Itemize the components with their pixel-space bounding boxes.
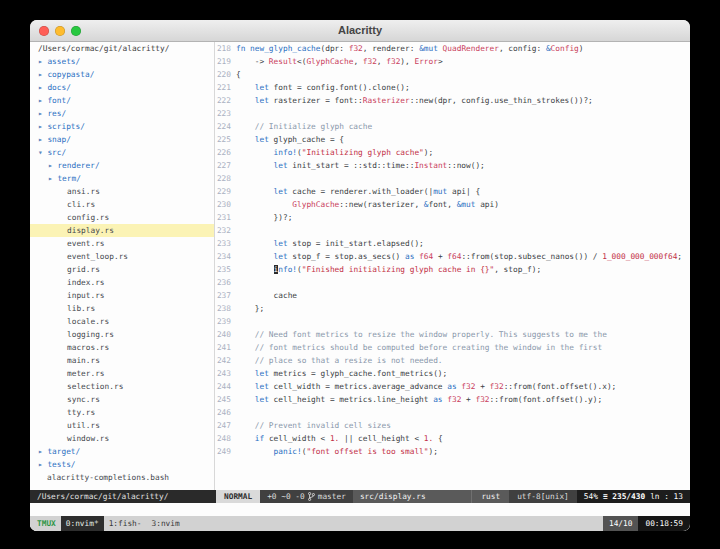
code-text: let stop = init_start.elapsed(); — [236, 237, 424, 250]
code-line-244[interactable]: 244 let cell_width = metrics.average_adv… — [215, 380, 690, 393]
tree-item-target[interactable]: ▸ target/ — [30, 445, 214, 458]
code-line-246[interactable]: 246 — [215, 406, 690, 419]
tree-item-alacritty-completions-bash[interactable]: alacritty-completions.bash — [30, 471, 214, 484]
code-line-239[interactable]: 239 — [215, 315, 690, 328]
code-line-242[interactable]: 242 // place so that a resize is not nee… — [215, 354, 690, 367]
tree-item-tests[interactable]: ▸ tests/ — [30, 458, 214, 471]
git-segment: +0 ~0 -0 master — [260, 490, 353, 503]
line-number: 241 — [215, 341, 236, 354]
code-text: }; — [236, 302, 264, 315]
code-text: -> Result<(GlyphCache, f32, f32), Error> — [236, 55, 443, 68]
tree-item-input-rs[interactable]: input.rs — [30, 289, 214, 302]
tree-item-macros-rs[interactable]: macros.rs — [30, 341, 214, 354]
code-line-249[interactable]: 249 panic!("font offset is too small"); — [215, 445, 690, 458]
tree-item-event_loop-rs[interactable]: event_loop.rs — [30, 250, 214, 263]
tree-item-selection-rs[interactable]: selection.rs — [30, 380, 214, 393]
tmux-window-0-nvim-[interactable]: 0:nvim* — [61, 516, 104, 531]
code-line-243[interactable]: 243 let metrics = glyph_cache.font_metri… — [215, 367, 690, 380]
tree-item-scripts[interactable]: ▸ scripts/ — [30, 120, 214, 133]
code-line-234[interactable]: 234 let stop_f = stop.as_secs() as f64 +… — [215, 250, 690, 263]
tree-item-meter-rs[interactable]: meter.rs — [30, 367, 214, 380]
tree-item-locale-rs[interactable]: locale.rs — [30, 315, 214, 328]
code-line-233[interactable]: 233 let stop = init_start.elapsed(); — [215, 237, 690, 250]
code-line-247[interactable]: 247 // Prevent invalid cell sizes — [215, 419, 690, 432]
code-line-245[interactable]: 245 let cell_height = metrics.line_heigh… — [215, 393, 690, 406]
tmux-window-3-nvim[interactable]: 3:nvim — [147, 516, 185, 531]
tree-item-label: assets/ — [47, 57, 80, 66]
code-line-231[interactable]: 231 })?; — [215, 211, 690, 224]
tree-item-sync-rs[interactable]: sync.rs — [30, 393, 214, 406]
code-line-220[interactable]: 220{ — [215, 68, 690, 81]
tree-item-copypasta[interactable]: ▸ copypasta/ — [30, 68, 214, 81]
tree-item-config-rs[interactable]: config.rs — [30, 211, 214, 224]
code-line-222[interactable]: 222 let rasterizer = font::Rasterizer::n… — [215, 94, 690, 107]
tree-item-tty-rs[interactable]: tty.rs — [30, 406, 214, 419]
tree-item-term[interactable]: ▸ term/ — [30, 172, 214, 185]
tree-item-main-rs[interactable]: main.rs — [30, 354, 214, 367]
code-line-235[interactable]: 235 info!("Finished initializing glyph c… — [215, 263, 690, 276]
code-text: { — [236, 68, 241, 81]
code-line-225[interactable]: 225 let glyph_cache = { — [215, 133, 690, 146]
tree-item-renderer[interactable]: ▸ renderer/ — [30, 159, 214, 172]
code-line-228[interactable]: 228 — [215, 172, 690, 185]
tree-item-label: lib.rs — [67, 304, 95, 313]
tree-item-label: alacritty-completions.bash — [47, 473, 169, 482]
tree-item-util-rs[interactable]: util.rs — [30, 419, 214, 432]
code-line-224[interactable]: 224 // Initialize glyph cache — [215, 120, 690, 133]
tree-item-label: grid.rs — [67, 265, 100, 274]
code-line-237[interactable]: 237 cache — [215, 289, 690, 302]
tree-item-cli-rs[interactable]: cli.rs — [30, 198, 214, 211]
line-number: 249 — [215, 445, 236, 458]
code-line-241[interactable]: 241 // font metrics should be computed b… — [215, 341, 690, 354]
tree-item-display-rs[interactable]: display.rs — [30, 224, 214, 237]
tree-item-lib-rs[interactable]: lib.rs — [30, 302, 214, 315]
tree-item-ansi-rs[interactable]: ansi.rs — [30, 185, 214, 198]
editor-panel[interactable]: 218fn new_glyph_cache(dpr: f32, renderer… — [215, 42, 690, 490]
tree-item-assets[interactable]: ▸ assets/ — [30, 55, 214, 68]
command-line[interactable] — [30, 503, 690, 516]
tree-item-label: snap/ — [47, 135, 70, 144]
titlebar[interactable]: Alacritty — [30, 20, 690, 42]
code-line-221[interactable]: 221 let font = config.font().clone(); — [215, 81, 690, 94]
line-number: 244 — [215, 380, 236, 393]
tree-item-snap[interactable]: ▸ snap/ — [30, 133, 214, 146]
code-line-226[interactable]: 226 info!("Initializing glyph cache"); — [215, 146, 690, 159]
code-line-227[interactable]: 227 let init_start = ::std::time::Instan… — [215, 159, 690, 172]
zoom-button[interactable] — [71, 26, 81, 36]
code-line-248[interactable]: 248 if cell_width < 1. || cell_height < … — [215, 432, 690, 445]
code-line-218[interactable]: 218fn new_glyph_cache(dpr: f32, renderer… — [215, 42, 690, 55]
tree-item-label: res/ — [47, 109, 66, 118]
tree-item-event-rs[interactable]: event.rs — [30, 237, 214, 250]
tree-item-index-rs[interactable]: index.rs — [30, 276, 214, 289]
tree-item-grid-rs[interactable]: grid.rs — [30, 263, 214, 276]
tree-item-window-rs[interactable]: window.rs — [30, 432, 214, 445]
alacritty-window: Alacritty /Users/cormac/git/alacritty/ ▸… — [30, 20, 690, 531]
tree-root-path[interactable]: /Users/cormac/git/alacritty/ — [30, 42, 214, 55]
code-text: })?; — [236, 211, 292, 224]
tree-item-label: meter.rs — [67, 369, 105, 378]
file-tree: ▸ assets/▸ copypasta/▸ docs/▸ font/▸ res… — [30, 55, 214, 484]
code-line-229[interactable]: 229 let cache = renderer.with_loader(|mu… — [215, 185, 690, 198]
tree-item-font[interactable]: ▸ font/ — [30, 94, 214, 107]
close-button[interactable] — [39, 26, 49, 36]
minimize-button[interactable] — [55, 26, 65, 36]
tree-item-logging-rs[interactable]: logging.rs — [30, 328, 214, 341]
tree-item-label: config.rs — [67, 213, 109, 222]
code-line-236[interactable]: 236 — [215, 276, 690, 289]
tmux-window-1-fish-[interactable]: 1:fish- — [104, 516, 147, 531]
code-line-223[interactable]: 223 — [215, 107, 690, 120]
tree-item-label: cli.rs — [67, 200, 95, 209]
code-line-238[interactable]: 238 }; — [215, 302, 690, 315]
code-line-219[interactable]: 219 -> Result<(GlyphCache, f32, f32), Er… — [215, 55, 690, 68]
tree-item-docs[interactable]: ▸ docs/ — [30, 81, 214, 94]
code-line-240[interactable]: 240 // Need font metrics to resize the w… — [215, 328, 690, 341]
tree-item-label: window.rs — [67, 434, 109, 443]
line-number: 222 — [215, 94, 236, 107]
code-line-232[interactable]: 232 — [215, 224, 690, 237]
tree-item-res[interactable]: ▸ res/ — [30, 107, 214, 120]
tree-item-label: font/ — [47, 96, 70, 105]
tree-item-src[interactable]: ▾ src/ — [30, 146, 214, 159]
git-hunks: +0 ~0 -0 — [267, 490, 305, 503]
code-line-230[interactable]: 230 GlyphCache::new(rasterizer, &font, &… — [215, 198, 690, 211]
line-number: 223 — [215, 107, 236, 120]
